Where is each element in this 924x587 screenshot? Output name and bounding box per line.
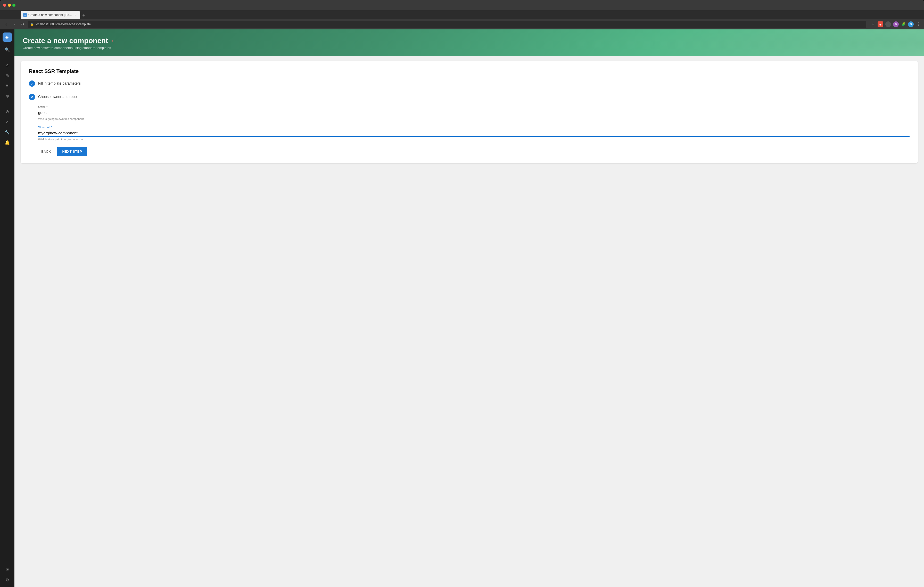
browser-menu-button[interactable]: ⋮: [916, 21, 921, 26]
step-2-content: Owner* Who is going to own this componen…: [38, 105, 909, 156]
sidebar-item-home[interactable]: ⌂: [3, 60, 12, 69]
browser-window: ◈ Create a new component | Ba... × + ‹ ›…: [0, 0, 924, 587]
title-bar: [0, 0, 924, 10]
store-path-field: Store path* GitHub store path in org/rep…: [38, 126, 909, 141]
extensions-puzzle-icon[interactable]: 🧩: [901, 21, 906, 26]
owner-input[interactable]: [38, 109, 909, 116]
step-1-indicator: ✓: [29, 81, 35, 87]
new-tab-button[interactable]: +: [80, 12, 87, 19]
action-buttons: BACK NEXT STEP: [38, 147, 909, 156]
app-layout: ◈ 🔍 ⌂ ◎ ≡ ⊕ ⊙ ✓ 🔧 🔔 ☀ ⚙ Create a new: [0, 30, 924, 587]
sidebar: ◈ 🔍 ⌂ ◎ ≡ ⊕ ⊙ ✓ 🔧 🔔 ☀ ⚙: [0, 30, 15, 587]
sidebar-item-docs[interactable]: ≡: [3, 81, 12, 90]
sidebar-item-add[interactable]: ⊕: [3, 91, 12, 101]
tab-favicon: ◈: [23, 13, 27, 17]
back-button[interactable]: ‹: [3, 21, 9, 27]
alpha-badge: α: [111, 39, 113, 43]
app-logo: ◈: [3, 33, 12, 42]
step-1-check-icon: ✓: [31, 82, 33, 86]
star-icon[interactable]: ☆: [870, 21, 876, 26]
sidebar-item-check[interactable]: ✓: [3, 117, 12, 126]
address-bar[interactable]: 🔒 localhost:3000/create/react-ssr-templa…: [28, 21, 866, 28]
step-2-label: Choose owner and repo: [38, 94, 77, 99]
toolbar-icons: ☆ ◈ B 🧩 B ⋮: [870, 21, 921, 27]
store-path-input[interactable]: [38, 130, 909, 137]
sidebar-item-compass[interactable]: ◎: [3, 71, 12, 80]
sidebar-item-bell[interactable]: 🔔: [3, 138, 12, 147]
form-card-title: React SSR Template: [29, 68, 909, 74]
main-content: Create a new component α Create new soft…: [15, 30, 924, 587]
minimize-window-button[interactable]: [8, 3, 11, 7]
extension2-icon[interactable]: [885, 21, 891, 27]
step-1-row: ✓ Fill in template parameters: [29, 81, 909, 87]
extension1-icon[interactable]: ◈: [878, 21, 883, 27]
active-tab[interactable]: ◈ Create a new component | Ba... ×: [21, 11, 80, 19]
next-step-button[interactable]: NEXT STEP: [57, 147, 87, 156]
step-2-number: 2: [31, 95, 33, 99]
maximize-window-button[interactable]: [12, 3, 15, 7]
step-2-row: 2 Choose owner and repo: [29, 94, 909, 100]
url-text: localhost:3000/create/react-ssr-template: [36, 22, 91, 26]
profile-b-icon[interactable]: B: [908, 21, 914, 27]
close-window-button[interactable]: [3, 3, 6, 7]
form-card: React SSR Template ✓ Fill in template pa…: [21, 61, 918, 163]
sidebar-item-tools[interactable]: 🔧: [3, 127, 12, 137]
refresh-button[interactable]: ↺: [20, 21, 26, 27]
address-bar-row: ‹ › ↺ 🔒 localhost:3000/create/react-ssr-…: [0, 19, 924, 30]
owner-hint: Who is going to own this component: [38, 117, 909, 121]
store-path-label: Store path*: [38, 126, 909, 129]
forward-button[interactable]: ›: [12, 21, 18, 27]
sidebar-search[interactable]: 🔍: [3, 45, 12, 54]
sidebar-item-target[interactable]: ⊙: [3, 107, 12, 116]
back-form-button[interactable]: BACK: [38, 147, 54, 155]
sidebar-brightness-button[interactable]: ☀: [3, 565, 12, 574]
extension3-icon[interactable]: B: [893, 21, 899, 27]
page-title-container: Create a new component α: [23, 36, 916, 45]
step-connector: [32, 88, 32, 93]
tab-title: Create a new component | Ba...: [28, 13, 72, 17]
store-path-hint: GitHub store path in org/repo format: [38, 138, 909, 141]
sidebar-bottom: ☀ ⚙: [3, 565, 12, 584]
step-1-label: Fill in template parameters: [38, 81, 81, 85]
owner-label: Owner*: [38, 105, 909, 108]
sidebar-settings-button[interactable]: ⚙: [3, 575, 12, 584]
steps-container: ✓ Fill in template parameters 2 Choose o…: [29, 81, 909, 156]
step-2-indicator: 2: [29, 94, 35, 100]
page-title-text: Create a new component: [23, 36, 108, 45]
header-banner: Create a new component α Create new soft…: [15, 30, 924, 56]
tab-close-button[interactable]: ×: [73, 13, 78, 17]
traffic-lights: [3, 3, 15, 7]
owner-field: Owner* Who is going to own this componen…: [38, 105, 909, 121]
page-subtitle: Create new software components using sta…: [23, 46, 916, 50]
content-area: React SSR Template ✓ Fill in template pa…: [15, 56, 924, 587]
